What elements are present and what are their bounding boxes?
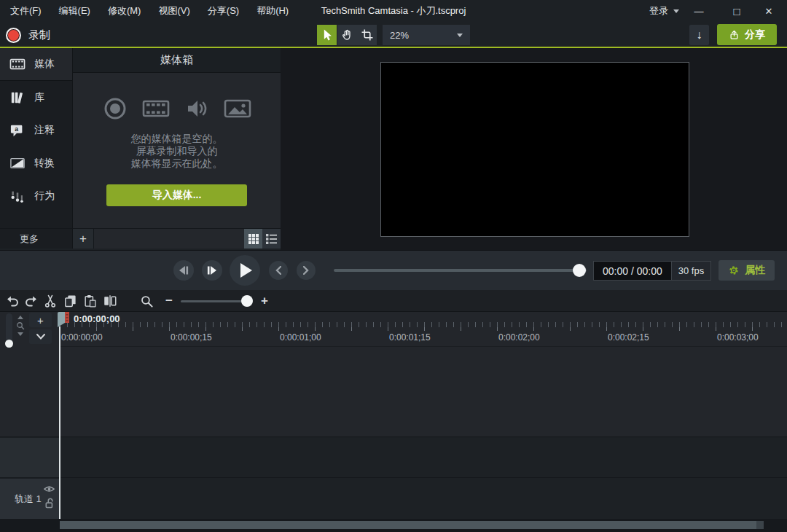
sidebar: 媒体 库 a 注释 转换: [0, 48, 73, 228]
playhead-flag[interactable]: [57, 312, 71, 327]
properties-label: 属性: [745, 264, 765, 277]
login-button[interactable]: 登录: [649, 0, 679, 22]
sidebar-more-button[interactable]: 更多: [0, 228, 73, 249]
redo-button[interactable]: [22, 290, 41, 312]
pan-tool-button[interactable]: [337, 25, 357, 45]
share-label: 分享: [745, 28, 765, 42]
track-height-slider-thumb[interactable]: [5, 340, 13, 348]
menu-file[interactable]: 文件(F): [10, 4, 42, 17]
login-label: 登录: [649, 4, 668, 17]
media-bin-bottom-bar: +: [73, 228, 281, 249]
sidebar-item-media[interactable]: 媒体: [0, 48, 72, 81]
timeline-zoom-in-button[interactable]: +: [255, 290, 274, 312]
empty-line-2: 屏幕录制和导入的: [73, 145, 281, 157]
add-track-button[interactable]: +: [29, 313, 52, 327]
import-media-button[interactable]: 导入媒体...: [106, 184, 247, 206]
track-row-empty[interactable]: [0, 437, 787, 477]
undo-icon: [5, 294, 20, 308]
media-bin-panel: 媒体箱 您的媒体箱是空: [73, 48, 281, 228]
list-view-button[interactable]: [262, 229, 281, 249]
playhead-time: 0:00:00;00: [74, 313, 120, 324]
behaviors-icon: [9, 189, 26, 203]
sidebar-item-label: 行为: [34, 189, 55, 203]
share-icon: [729, 29, 740, 41]
playhead-line[interactable]: [59, 326, 60, 519]
timeline-zoom-slider-thumb[interactable]: [241, 295, 253, 307]
preview-stage[interactable]: [380, 62, 689, 237]
magnifier-icon: [16, 321, 25, 330]
menu-view[interactable]: 视图(V): [158, 4, 189, 17]
chevron-down-icon: [36, 334, 45, 340]
media-bin-empty-text: 您的媒体箱是空的。 屏幕录制和导入的 媒体将显示在此处。: [73, 133, 281, 170]
view-toggle: [244, 229, 281, 249]
next-frame-button[interactable]: [202, 260, 222, 281]
camtasia-window: TechSmith Camtasia - 小刀.tscproj 文件(F) 编辑…: [0, 0, 787, 532]
arrow-down-icon[interactable]: [17, 332, 23, 336]
svg-text:a: a: [15, 125, 18, 133]
record-circle-icon: [103, 96, 128, 121]
canvas-zoom-dropdown[interactable]: 22%: [383, 25, 470, 45]
ruler-divider: [60, 346, 787, 347]
share-button[interactable]: 分享: [717, 24, 777, 45]
track-row-empty-header: [0, 438, 60, 478]
menu-modify[interactable]: 修改(M): [108, 4, 141, 17]
framerate-display[interactable]: 30 fps: [671, 262, 710, 280]
playback-slider-thumb[interactable]: [573, 264, 586, 277]
record-button[interactable]: 录制: [6, 25, 50, 45]
audio-speaker-icon: [184, 96, 209, 121]
grid-view-button[interactable]: [244, 229, 262, 249]
crop-tool-button[interactable]: [357, 25, 377, 45]
track-row-1[interactable]: 轨道 1: [0, 477, 787, 519]
video-filmstrip-icon: [142, 96, 170, 121]
sidebar-item-annotations[interactable]: a 注释: [0, 114, 72, 146]
sidebar-item-behaviors[interactable]: 行为: [0, 179, 72, 212]
menu-edit[interactable]: 编辑(E): [59, 4, 90, 17]
arrow-up-icon[interactable]: [17, 316, 23, 319]
sidebar-item-label: 库: [34, 91, 44, 104]
close-button[interactable]: ✕: [756, 0, 781, 22]
copy-button[interactable]: [60, 290, 79, 312]
add-media-button[interactable]: +: [73, 229, 94, 249]
paste-button[interactable]: [80, 290, 99, 312]
crop-icon: [361, 28, 374, 42]
eye-icon[interactable]: [44, 485, 55, 493]
ruler-label: 0:00:02;00: [498, 332, 540, 343]
minimize-button[interactable]: —: [686, 0, 711, 22]
sidebar-item-label: 转换: [34, 157, 55, 170]
scissors-icon: [43, 294, 58, 308]
record-icon: [6, 28, 21, 43]
timeline-zoom-out-button[interactable]: −: [160, 290, 179, 312]
media-bin-title: 媒体箱: [73, 48, 281, 73]
download-icon: ↓: [697, 28, 702, 42]
sidebar-item-library[interactable]: 库: [0, 81, 72, 114]
ruler-label: 0:00:01;00: [280, 332, 321, 343]
menu-share[interactable]: 分享(S): [208, 4, 239, 17]
library-icon: [9, 90, 26, 105]
jump-back-button[interactable]: [269, 261, 288, 280]
maximize-button[interactable]: □: [724, 0, 749, 22]
undo-button[interactable]: [3, 290, 22, 312]
menu-help[interactable]: 帮助(H): [257, 4, 289, 17]
split-button[interactable]: [101, 290, 120, 312]
track-1-header[interactable]: 轨道 1: [0, 479, 60, 520]
sidebar-item-transitions[interactable]: 转换: [0, 146, 72, 179]
time-display: 00:00 / 00:00 30 fps: [593, 261, 711, 281]
unlock-icon[interactable]: [45, 498, 54, 509]
empty-line-3: 媒体将显示在此处。: [73, 157, 281, 170]
select-tool-button[interactable]: [317, 25, 337, 45]
play-icon: [240, 263, 253, 278]
cut-button[interactable]: [41, 290, 60, 312]
magnifier-icon: [140, 294, 154, 308]
ruler-label: 0:00:00;00: [61, 332, 103, 343]
properties-button[interactable]: 属性: [719, 260, 775, 281]
previous-frame-button[interactable]: [173, 260, 194, 281]
timeline-scrollbar-thumb[interactable]: [60, 521, 764, 529]
track-options-button[interactable]: [29, 329, 52, 344]
copy-icon: [63, 294, 77, 308]
jump-forward-button[interactable]: [297, 261, 316, 280]
play-button[interactable]: [230, 255, 260, 286]
download-button[interactable]: ↓: [689, 25, 709, 45]
gear-icon: [728, 265, 740, 276]
timeline-zoom-button[interactable]: [137, 290, 156, 312]
playback-slider[interactable]: [334, 269, 587, 272]
